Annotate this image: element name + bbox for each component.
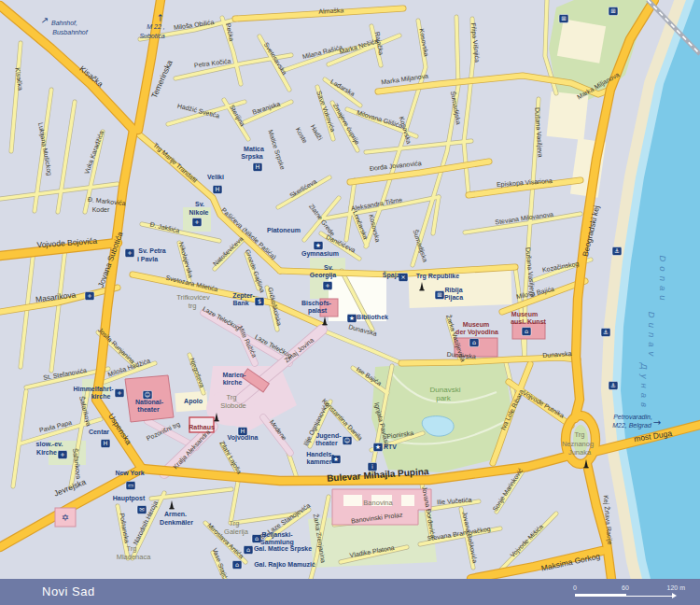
hotel-icon: H xyxy=(213,186,222,194)
anchor-icon: ⚓ xyxy=(609,382,618,390)
poi-label: Apolo xyxy=(184,398,203,405)
park-label: park xyxy=(436,394,452,402)
svg-text:★: ★ xyxy=(333,456,339,463)
svg-text:⌂: ⌂ xyxy=(255,535,259,542)
svg-text:⊞: ⊞ xyxy=(437,291,441,299)
poi-label: Sv. xyxy=(324,264,333,271)
svg-text:✡: ✡ xyxy=(62,513,69,523)
poi-label: Riblja xyxy=(444,287,462,294)
svg-text:⌂: ⌂ xyxy=(525,328,528,335)
poi-label: Sv. Petra xyxy=(138,247,166,254)
poi-label: Busbahnhof xyxy=(52,29,88,35)
svg-text:⌂: ⌂ xyxy=(472,339,476,346)
museum-label: Museum xyxy=(463,321,489,328)
poi-label: theater xyxy=(315,440,338,446)
svg-text:+: + xyxy=(127,249,132,257)
arrow-icon: → xyxy=(653,417,661,428)
square-label: Trg xyxy=(227,393,237,401)
svg-text:+: + xyxy=(194,218,199,226)
sight-icon: ★ xyxy=(373,443,383,452)
poi-label: palast xyxy=(308,307,328,315)
museum-icon: ⌂ xyxy=(244,546,253,555)
svg-text:+: + xyxy=(87,292,91,300)
poi-label: Handels- xyxy=(306,451,334,457)
poi-label: theater xyxy=(137,406,160,413)
museum-label: Rathaus xyxy=(189,424,215,430)
sight-icon: ★ xyxy=(314,242,323,250)
square-label: Trg xyxy=(230,519,240,528)
poi-label: Bahnhof, xyxy=(51,20,77,26)
poi-label: Pijaca xyxy=(444,294,463,302)
poi-label: kirche xyxy=(223,379,243,386)
museum-icon: ⌂ xyxy=(469,339,479,347)
square-label: Banovina xyxy=(363,499,393,507)
svg-text:⌂: ⌂ xyxy=(246,546,250,554)
poi-label: National- xyxy=(135,399,164,405)
svg-text:H: H xyxy=(216,186,220,193)
market-icon: ⊞ xyxy=(559,15,568,23)
svg-text:⚓: ⚓ xyxy=(614,247,620,255)
poi-label: New York xyxy=(115,470,144,476)
poi-label: Zepter- xyxy=(232,292,255,300)
museum-icon: ⌂ xyxy=(522,328,531,336)
poi-label: RTV xyxy=(384,443,397,450)
street-label: Save Vukovića xyxy=(315,90,336,133)
river-danube xyxy=(612,0,700,579)
poi-label: Denkmäler xyxy=(160,519,193,526)
poi-label: Bibliothek xyxy=(357,314,388,320)
poi-label: Platoneum xyxy=(267,227,301,233)
street-label: Đ. Jakšića xyxy=(149,221,180,234)
poi-label: Bank xyxy=(232,300,248,306)
poi-label: Petrovaradin, xyxy=(613,414,652,420)
square-label: Trg xyxy=(575,430,585,439)
scale-end: 120 m xyxy=(667,584,685,591)
anchor-icon: ⚓ xyxy=(601,329,610,337)
poi-label: Matica xyxy=(244,146,264,152)
street-label: Koder xyxy=(92,206,110,213)
church-icon: + xyxy=(192,218,202,227)
hotel-icon: H xyxy=(253,163,262,172)
poi-label: kammer xyxy=(307,458,332,465)
poi-label: M22, Belgrad xyxy=(612,422,652,429)
svg-text:★: ★ xyxy=(315,242,321,249)
street-label: Dunavska xyxy=(348,323,378,337)
poi-label: Špajz xyxy=(383,271,400,279)
obelisk-icon xyxy=(169,500,174,509)
svg-text:✉: ✉ xyxy=(139,506,145,514)
svg-text:→: → xyxy=(653,417,661,428)
museum-label: ausl. Kunst xyxy=(511,318,546,325)
synagogue-icon: ✡ xyxy=(62,513,69,523)
poi-label: Vojvodina xyxy=(228,434,259,442)
square-label: Neznanog xyxy=(562,440,594,448)
arrow-icon: → xyxy=(155,14,165,21)
street-label: Matice Srpske xyxy=(266,129,286,171)
street-label: Zilahi Lajoša xyxy=(217,440,243,475)
svg-text:★: ★ xyxy=(375,443,381,451)
water-label: Dunav xyxy=(647,312,657,360)
water-label: Дунав xyxy=(639,362,650,412)
scale-bar-line xyxy=(626,596,673,597)
street-label: Đorđa Jovanovića xyxy=(370,160,423,172)
poi-label: Georgija xyxy=(310,272,337,279)
svg-text:+: + xyxy=(60,451,64,458)
svg-text:⌂: ⌂ xyxy=(235,561,239,569)
city-map: →→→++++++HHHH▭✉$★★★★⌂⌂⌂⌂⌂×⊞⊞⊞i⚓⚓⚓☺☺✡ Bah… xyxy=(0,0,700,579)
svg-text:+: + xyxy=(117,389,121,397)
poi-label: Gal. Rajko Mamuzić xyxy=(254,561,315,569)
museum-label: der Vojvodina xyxy=(455,329,498,336)
poi-label: i Pavla xyxy=(137,256,158,262)
anchor-icon: ⚓ xyxy=(612,247,622,256)
street-label: Vase Stajića xyxy=(211,547,231,579)
restaurant-icon: × xyxy=(399,274,408,282)
church-icon: + xyxy=(115,389,124,398)
church-icon: + xyxy=(58,451,67,459)
poi-label: Nikole xyxy=(189,209,208,216)
poi-label: Armen. xyxy=(164,511,187,517)
svg-text:⊞: ⊞ xyxy=(561,15,566,22)
svg-text:⚓: ⚓ xyxy=(610,382,616,389)
street-label: Hadži xyxy=(310,123,324,141)
poi-label: Srpska xyxy=(241,153,262,161)
museum-icon: ⌂ xyxy=(232,561,242,570)
poi-label: Centar xyxy=(89,429,109,435)
svg-text:⊞: ⊞ xyxy=(610,7,615,15)
